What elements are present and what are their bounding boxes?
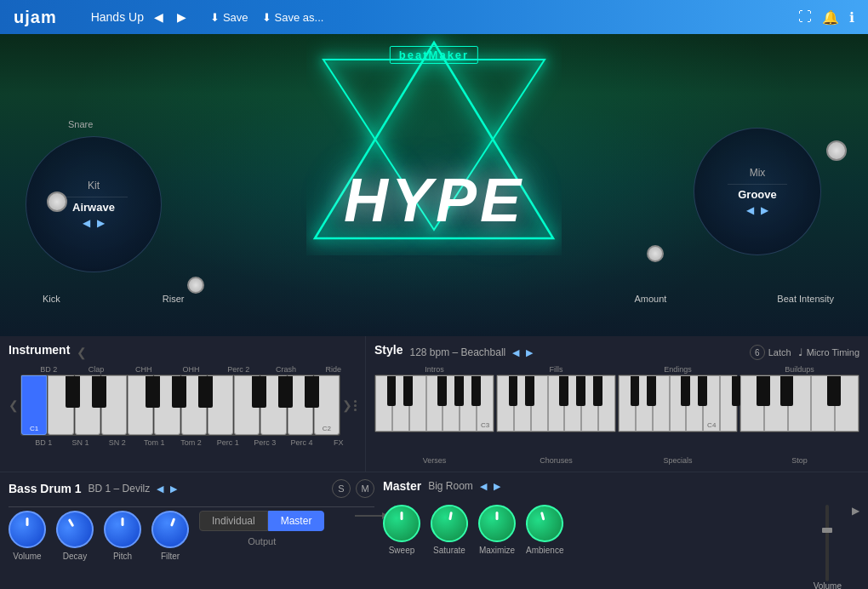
volume-slider-thumb[interactable]	[822, 528, 832, 533]
mix-next[interactable]: ▶	[761, 204, 768, 216]
mix-label: Mix	[750, 167, 766, 179]
preset-prev-arrow[interactable]: ◀	[151, 9, 167, 26]
mix-nav: ◀ ▶	[746, 204, 768, 216]
style-key-f1[interactable]	[497, 375, 514, 432]
mute-button[interactable]: M	[356, 479, 374, 498]
pitch-knob[interactable]	[104, 511, 141, 548]
bd-title: Bass Drum 1	[9, 482, 82, 495]
kit-label: Kit	[88, 180, 100, 192]
top-bar: ujam Hands Up ◀ ▶ ⬇ Save ⬇ Save as... ⛶ …	[0, 0, 868, 34]
volume-slider-row	[825, 505, 829, 581]
snare-label: Snare	[68, 119, 93, 129]
preset-next-arrow[interactable]: ▶	[174, 9, 190, 26]
expand-icon[interactable]: ⛶	[798, 9, 812, 25]
style-key-g7[interactable]	[720, 375, 737, 432]
save-button[interactable]: ⬇ Save	[210, 11, 248, 24]
style-sec-fills: Fills	[496, 365, 616, 374]
volume-track-container	[825, 505, 829, 581]
master-toggle[interactable]: Master	[268, 511, 325, 531]
mix-prev[interactable]: ◀	[746, 204, 754, 216]
kick-knob[interactable]	[47, 192, 67, 212]
style-bot-verses: Verses	[374, 456, 494, 465]
master-volume-label: Volume	[814, 581, 842, 589]
bd-divider	[9, 506, 374, 507]
beatmaker-label: beatMaker	[390, 46, 478, 64]
inst-bot-perc3: Perc 3	[247, 438, 283, 447]
micro-timing-button[interactable]: ♩ Micro Timing	[798, 346, 859, 358]
beat-intensity-knob[interactable]	[826, 140, 847, 161]
style-next[interactable]: ▶	[526, 347, 533, 358]
style-prev[interactable]: ◀	[512, 347, 519, 358]
decay-knob[interactable]	[49, 504, 100, 555]
filter-knob[interactable]	[146, 506, 194, 553]
style-key-4[interactable]	[426, 375, 443, 432]
instrument-keyboard: C1	[20, 375, 340, 436]
style-sec-endings: Endings	[618, 365, 738, 374]
style-key-g4[interactable]	[670, 375, 687, 432]
style-key-f4[interactable]	[548, 375, 565, 432]
piano-scroll-right[interactable]: ❯	[342, 398, 352, 412]
piano-key-bd1[interactable]: C1	[21, 375, 47, 435]
amount-label: Amount	[634, 294, 666, 304]
master-prev[interactable]: ◀	[480, 481, 487, 492]
inst-bot-bd1: BD 1	[26, 438, 61, 447]
solo-button[interactable]: S	[332, 479, 351, 498]
riser-knob[interactable]	[187, 277, 204, 294]
inst-label-bd2: BD 2	[26, 365, 72, 374]
volume-slider-track	[825, 505, 829, 581]
style-bot-stop: Stop	[740, 456, 859, 465]
inst-label-chh: CHH	[120, 365, 167, 374]
instrument-scroll-left[interactable]: ❮	[77, 346, 87, 359]
piano-key-5[interactable]	[128, 375, 153, 435]
inst-label-perc2: Perc 2	[215, 365, 262, 374]
style-key-h4[interactable]	[811, 375, 835, 432]
top-bar-right: ⛶ 🔔 ℹ	[798, 9, 854, 26]
saturate-knob[interactable]	[428, 502, 471, 546]
latch-button[interactable]: 6 Latch	[750, 345, 791, 360]
style-key-g1[interactable]	[619, 375, 636, 432]
info-icon[interactable]: ℹ	[849, 9, 854, 26]
output-label: Output	[248, 536, 276, 546]
piano-scroll-left[interactable]: ❮	[9, 398, 19, 412]
sweep-knob[interactable]	[383, 505, 420, 542]
style-sec-intros: Intros	[374, 365, 494, 374]
inst-bot-tom2: Tom 2	[173, 438, 208, 447]
kit-prev[interactable]: ◀	[83, 217, 90, 229]
pitch-label: Pitch	[113, 552, 132, 561]
piano-key-9[interactable]	[234, 375, 260, 435]
output-toggle: Individual Master	[199, 511, 324, 531]
notification-icon[interactable]: 🔔	[822, 9, 839, 26]
app-logo: ujam	[14, 8, 57, 27]
inst-bot-fx: FX	[321, 438, 357, 447]
decay-knob-item: Decay	[56, 511, 94, 561]
riser-label: Riser	[163, 294, 185, 304]
volume-knob[interactable]	[9, 511, 46, 548]
output-section: Individual Master Output	[199, 511, 324, 546]
bd-next[interactable]: ▶	[170, 483, 177, 495]
preset-selector[interactable]: Hands Up ◀ ▶	[91, 9, 190, 26]
ambience-knob[interactable]	[522, 500, 568, 546]
filter-knob-item: Filter	[151, 511, 189, 561]
kit-nav: ◀ ▶	[83, 217, 105, 229]
individual-toggle[interactable]: Individual	[199, 511, 268, 531]
kit-divider	[60, 197, 128, 197]
side-arrow-icon[interactable]: ▶	[852, 505, 859, 517]
master-next[interactable]: ▶	[494, 481, 500, 492]
bd-prev[interactable]: ◀	[157, 483, 163, 495]
mix-divider	[728, 184, 787, 185]
style-bot-choruses: Choruses	[496, 456, 616, 465]
save-as-button[interactable]: ⬇ Save as...	[262, 11, 324, 24]
amount-knob[interactable]	[647, 245, 664, 262]
style-key-1[interactable]	[375, 375, 392, 432]
side-collapse-btn[interactable]: ▶	[852, 505, 859, 517]
style-panel: Style 128 bpm – Beachball ◀ ▶ 6 Latch ♩ …	[366, 336, 868, 472]
maximize-knob[interactable]	[478, 505, 516, 542]
kit-next[interactable]: ▶	[97, 217, 105, 229]
piano-more-btn[interactable]	[354, 400, 357, 411]
piano-key-2[interactable]	[48, 375, 73, 435]
bd-header: Bass Drum 1 BD 1 – Devilz ◀ ▶ S M	[9, 479, 374, 498]
style-key-h1[interactable]	[740, 375, 764, 432]
kick-label: Kick	[43, 294, 60, 304]
inst-label-ride: Ride	[310, 365, 357, 374]
hero-section: beatMaker Snare Kit Airwave ◀ ▶ Mix Groo…	[0, 34, 868, 336]
